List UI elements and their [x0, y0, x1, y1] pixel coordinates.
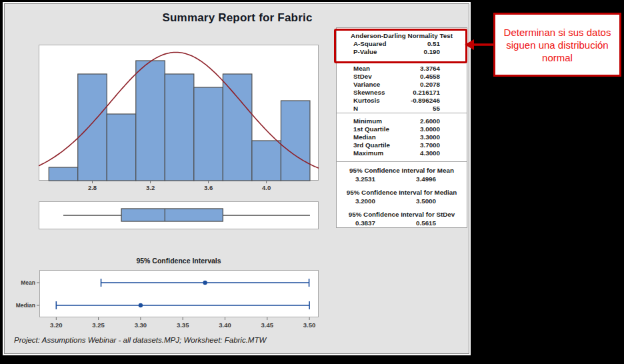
stat-label: A-Squared	[353, 40, 387, 48]
stat-row: P-Value0.190	[337, 48, 467, 56]
ci-high-value: 3.4996	[416, 175, 436, 184]
stat-row: Variance0.2078	[337, 81, 467, 89]
summary-report-panel: Summary Report for Fabric 2.83.23.64.0 9…	[4, 3, 469, 354]
stat-row: N55	[337, 105, 467, 113]
stat-row: 1st Quartile3.0000	[337, 125, 467, 133]
stat-label: P-Value	[353, 48, 377, 56]
stat-value: 0.190	[423, 48, 440, 56]
stat-value: 0.2078	[420, 81, 440, 89]
stat-value: 4.3000	[420, 149, 440, 157]
ci-values-row: 0.38370.5615	[337, 219, 467, 228]
stat-label: N	[353, 105, 358, 113]
x-tick-label: 3.45	[261, 321, 274, 329]
stat-row: Minimum2.6000	[337, 117, 467, 125]
x-tick-label: 3.35	[177, 321, 189, 329]
report-title: Summary Report for Fabric	[5, 11, 470, 25]
x-tick-label: 3.50	[303, 321, 316, 329]
section-confidence-intervals: 95% Confidence Interval for Mean3.25313.…	[337, 166, 467, 228]
x-tick-label: 4.0	[262, 184, 271, 191]
x-tick-label: 2.8	[88, 184, 97, 191]
histogram-bar	[49, 167, 78, 181]
ci-row-label: Mean	[21, 279, 35, 286]
stat-label: Maximum	[353, 149, 383, 157]
stat-row: Skewness0.216171	[337, 89, 467, 97]
ci-low-value: 0.3837	[355, 219, 375, 228]
stat-row: 3rd Quartile3.7000	[337, 141, 467, 149]
stat-label: StDev	[353, 73, 372, 81]
ci-plot-area	[40, 271, 319, 317]
stat-label: Skewness	[353, 89, 385, 97]
histogram-bar	[223, 74, 252, 181]
statistics-panel: Anderson-Darling Normality TestA-Squared…	[336, 27, 467, 228]
normality-test-header: Anderson-Darling Normality Test	[337, 28, 467, 40]
x-tick-label: 3.20	[50, 321, 63, 329]
confidence-intervals-chart: MeanMedian3.203.253.303.353.403.453.50	[11, 270, 325, 331]
ci-point-estimate	[203, 281, 207, 285]
ci-values-row: 3.20003.5000	[337, 197, 467, 206]
stat-row: A-Squared0.51	[337, 40, 467, 48]
stat-row: Kurtosis-0.896246	[337, 97, 467, 105]
stat-value: 0.4558	[420, 73, 440, 81]
stat-value: 0.51	[427, 40, 440, 48]
ci-point-estimate	[139, 303, 143, 307]
x-tick-label: 3.30	[135, 321, 147, 329]
boxplot-chart	[39, 201, 319, 229]
stat-row: Median3.3000	[337, 133, 467, 141]
histogram-bar	[165, 74, 194, 181]
histogram-bar	[252, 141, 281, 181]
annotated-screenshot: Summary Report for Fabric 2.83.23.64.0 9…	[0, 0, 624, 364]
stat-label: Mean	[353, 65, 370, 73]
ci-low-value: 3.2000	[355, 197, 375, 206]
stat-label: 1st Quartile	[353, 125, 389, 133]
ci-header: 95% Confidence Interval for StDev	[337, 210, 467, 219]
histogram-bar	[281, 101, 310, 181]
annotation-text: Determinan si sus datos siguen una distr…	[498, 26, 617, 64]
histogram-bar	[194, 87, 223, 181]
ci-header: 95% Confidence Interval for Mean	[337, 166, 467, 175]
histogram-bar	[78, 74, 107, 181]
stat-value: 3.7000	[420, 141, 440, 149]
ci-high-value: 0.5615	[416, 219, 436, 228]
project-footer: Project: Assumptions Webinar - all datas…	[14, 336, 266, 344]
histogram-chart: 2.83.23.64.0	[39, 45, 319, 193]
histogram-bar	[107, 114, 136, 181]
stat-label: Minimum	[353, 117, 382, 125]
stat-value: 55	[433, 105, 440, 113]
stat-label: Kurtosis	[353, 97, 380, 105]
stat-value: 3.0000	[420, 125, 440, 133]
ci-header: 95% Confidence Interval for Median	[337, 188, 467, 197]
annotation-callout: Determinan si sus datos siguen una distr…	[493, 13, 621, 77]
stat-label: 3rd Quartile	[353, 141, 390, 149]
iqr-box	[121, 209, 223, 221]
stat-value: 3.3000	[420, 133, 440, 141]
section-normality-test: Anderson-Darling Normality TestA-Squared…	[337, 28, 467, 62]
stat-row: Mean3.3764	[337, 65, 467, 73]
ci-high-value: 3.5000	[416, 197, 436, 206]
annotation-arrow-icon	[465, 37, 495, 52]
ci-chart-title: 95% Confidence Intervals	[39, 257, 319, 265]
stat-value: 0.216171	[413, 89, 440, 97]
ci-values-row: 3.25313.4996	[337, 175, 467, 184]
stat-row: StDev0.4558	[337, 73, 467, 81]
ci-row-label: Median	[16, 302, 35, 309]
x-tick-label: 3.40	[219, 321, 231, 329]
histogram-bar	[136, 61, 165, 181]
x-tick-label: 3.2	[146, 184, 155, 191]
x-tick-label: 3.6	[204, 184, 213, 191]
stat-value: -0.896246	[411, 97, 440, 105]
x-tick-label: 3.25	[92, 321, 105, 329]
stat-label: Median	[353, 133, 376, 141]
stat-row: Maximum4.3000	[337, 149, 467, 157]
stat-value: 2.6000	[420, 117, 440, 125]
section-quartiles: Minimum2.60001st Quartile3.0000Median3.3…	[337, 113, 467, 162]
ci-low-value: 3.2531	[355, 175, 375, 184]
stat-value: 3.3764	[420, 65, 440, 73]
stat-label: Variance	[353, 81, 380, 89]
section-moments: Mean3.3764StDev0.4558Variance0.2078Skewn…	[337, 62, 467, 113]
